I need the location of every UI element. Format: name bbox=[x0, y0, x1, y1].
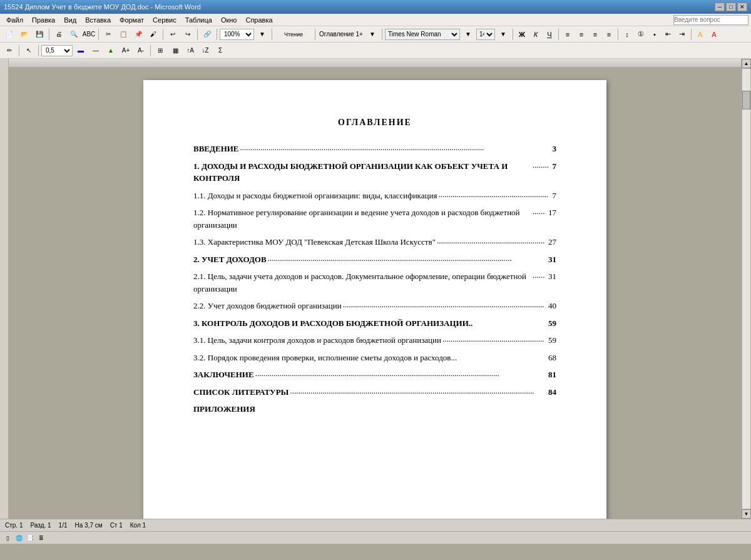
format-painter-button[interactable]: 🖌 bbox=[146, 28, 160, 41]
read-mode-button[interactable]: Чтение bbox=[275, 28, 312, 41]
zoom-combo[interactable]: 100% bbox=[220, 29, 254, 40]
toc-entry: 2. УЧЕТ ДОХОДОВ.........................… bbox=[193, 253, 556, 266]
new-button[interactable]: 📄 bbox=[3, 28, 16, 41]
increase-indent[interactable]: ⇥ bbox=[676, 29, 688, 40]
copy-button[interactable]: 📋 bbox=[116, 28, 130, 41]
redo-button[interactable]: ↪ bbox=[181, 28, 195, 41]
align-left[interactable]: ≡ bbox=[561, 29, 574, 40]
close-button[interactable]: ✕ bbox=[737, 3, 747, 11]
numbering[interactable]: ① bbox=[635, 29, 647, 40]
sep10 bbox=[558, 29, 559, 40]
toc-entry-text: 2. УЧЕТ ДОХОДОВ bbox=[193, 253, 267, 266]
status-line: Ст 1 bbox=[110, 522, 123, 529]
menu-insert[interactable]: Вставка bbox=[81, 15, 115, 25]
underline-button[interactable]: Ч bbox=[543, 29, 556, 40]
font-size-inc[interactable]: A+ bbox=[119, 44, 133, 57]
align-right[interactable]: ≡ bbox=[589, 29, 601, 40]
spell-button[interactable]: ABC bbox=[82, 28, 96, 41]
toc-entry-text: 3.1. Цель, задачи контроля доходов и рас… bbox=[193, 334, 441, 347]
line-color-button[interactable]: ▬ bbox=[74, 44, 88, 57]
align-justify[interactable]: ≡ bbox=[603, 29, 615, 40]
font-dropdown[interactable]: ▼ bbox=[461, 28, 475, 41]
web-view-button[interactable]: 🌐 bbox=[14, 533, 24, 543]
align-center[interactable]: ≡ bbox=[575, 29, 588, 40]
scroll-down-button[interactable]: ▼ bbox=[742, 509, 751, 519]
menu-table[interactable]: Таблица bbox=[181, 15, 216, 25]
menu-help[interactable]: Справка bbox=[242, 15, 276, 25]
print-preview-button[interactable]: 🔍 bbox=[67, 28, 81, 41]
open-button[interactable]: 📂 bbox=[18, 28, 31, 41]
toc-dots: ........................................… bbox=[533, 159, 549, 171]
toc-entry: СПИСОК ЛИТЕРАТУРЫ.......................… bbox=[193, 386, 556, 399]
separator5 bbox=[217, 29, 217, 40]
highlight[interactable]: A bbox=[694, 29, 707, 40]
toc-dots: ........................................… bbox=[533, 205, 544, 218]
menu-file[interactable]: Файл bbox=[3, 15, 27, 25]
minimize-button[interactable]: ─ bbox=[715, 3, 725, 11]
scroll-track[interactable] bbox=[742, 68, 751, 509]
font-size-dec[interactable]: A- bbox=[134, 44, 148, 57]
toc-dots: ........................................… bbox=[437, 235, 544, 247]
toc-page-number: 7 bbox=[553, 160, 557, 173]
cut-button[interactable]: ✂ bbox=[101, 28, 115, 41]
columns-btn[interactable]: ▦ bbox=[168, 44, 182, 57]
toc-entry-text: СПИСОК ЛИТЕРАТУРЫ bbox=[193, 386, 289, 399]
select-button[interactable]: ↖ bbox=[22, 44, 36, 57]
toc-entry: 1.2. Нормативное регулирование организац… bbox=[193, 206, 556, 231]
toc-entry: 3.1. Цель, задачи контроля доходов и рас… bbox=[193, 334, 556, 347]
sep15 bbox=[150, 45, 151, 56]
toc-entry: ВВЕДЕНИЕ................................… bbox=[193, 143, 556, 155]
sort-asc[interactable]: ↑A bbox=[183, 44, 197, 57]
font-color[interactable]: A bbox=[708, 29, 720, 40]
top-ruler bbox=[9, 59, 741, 68]
toc-entry-text: ВВЕДЕНИЕ bbox=[193, 143, 239, 155]
toc-page-number: 59 bbox=[548, 334, 556, 347]
toc-page-number: 81 bbox=[548, 369, 556, 381]
bullets[interactable]: • bbox=[648, 29, 661, 40]
toc-entry: 2.1. Цель, задачи учета доходов и расход… bbox=[193, 270, 556, 295]
normal-view-button[interactable]: ▯ bbox=[3, 533, 13, 543]
save-button[interactable]: 💾 bbox=[33, 28, 46, 41]
window-controls: ─ □ ✕ bbox=[715, 3, 747, 11]
document-area[interactable]: ОГЛАВЛЕНИЕ ВВЕДЕНИЕ.....................… bbox=[9, 68, 741, 519]
toc-entry-text: 3. КОНТРОЛЬ ДОХОДОВ И РАСХОДОВ БЮДЖЕТНОЙ… bbox=[193, 317, 473, 330]
size-dropdown[interactable]: ▼ bbox=[496, 28, 510, 41]
heading-dropdown[interactable]: ▼ bbox=[365, 28, 379, 41]
maximize-button[interactable]: □ bbox=[726, 3, 736, 11]
toc-entry: 2.2. Учет доходов бюджетной организации.… bbox=[193, 300, 556, 312]
decrease-indent[interactable]: ⇤ bbox=[662, 29, 675, 40]
table-btn[interactable]: ⊞ bbox=[153, 44, 167, 57]
toc-dots: ........................................… bbox=[268, 252, 544, 265]
help-input[interactable] bbox=[673, 15, 748, 25]
menu-format[interactable]: Формат bbox=[116, 15, 148, 25]
menu-window[interactable]: Окно bbox=[217, 15, 241, 25]
separator7 bbox=[315, 29, 315, 40]
outline-view-button[interactable]: ≣ bbox=[36, 533, 46, 543]
zoom-dropdown[interactable]: ▼ bbox=[255, 28, 269, 41]
toc-dots: ........................................… bbox=[290, 385, 544, 397]
scroll-up-button[interactable]: ▲ bbox=[742, 59, 751, 68]
menu-edit[interactable]: Правка bbox=[28, 15, 59, 25]
menu-view[interactable]: Вид bbox=[60, 15, 80, 25]
scroll-thumb[interactable] bbox=[742, 91, 750, 109]
fill-color-button[interactable]: ▲ bbox=[104, 44, 118, 57]
italic-button[interactable]: К bbox=[529, 29, 542, 40]
font-combo[interactable]: Times New Roman bbox=[385, 29, 460, 40]
size-combo[interactable]: 14 bbox=[476, 29, 495, 40]
line-width-combo[interactable]: 0,5 bbox=[41, 45, 73, 56]
sort-desc[interactable]: ↓Z bbox=[198, 44, 212, 57]
line-spacing[interactable]: ↕ bbox=[621, 29, 633, 40]
paste-button[interactable]: 📌 bbox=[131, 28, 145, 41]
menu-service[interactable]: Сервис bbox=[149, 15, 180, 25]
document-page: ОГЛАВЛЕНИЕ ВВЕДЕНИЕ.....................… bbox=[143, 80, 606, 519]
line-style-button[interactable]: — bbox=[89, 44, 103, 57]
draw-button[interactable]: ✏ bbox=[3, 44, 16, 57]
undo-button[interactable]: ↩ bbox=[166, 28, 180, 41]
separator1 bbox=[49, 29, 49, 40]
print-view-button[interactable]: 📑 bbox=[25, 533, 35, 543]
bold-button[interactable]: Ж bbox=[516, 29, 528, 40]
hyperlink-button[interactable]: 🔗 bbox=[200, 28, 214, 41]
autosum[interactable]: Σ bbox=[213, 44, 227, 57]
heading-indicator: Оглавление 1+ bbox=[319, 31, 363, 38]
print-button[interactable]: 🖨 bbox=[52, 28, 66, 41]
